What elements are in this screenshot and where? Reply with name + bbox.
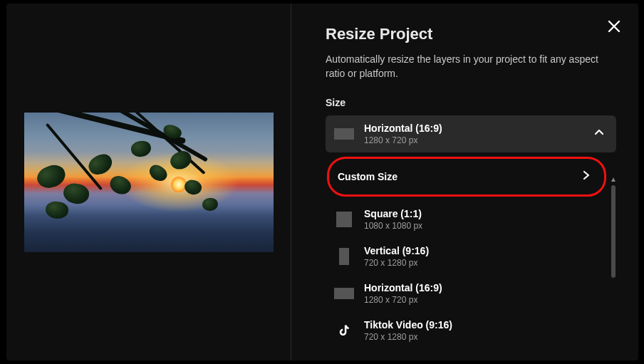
- chevron-right-icon: [581, 170, 591, 183]
- resize-project-modal: Resize Project Automatically resize the …: [6, 4, 638, 360]
- preview-pane: [6, 4, 291, 360]
- ratio-thumb-icon: [336, 212, 352, 227]
- size-option-label: Tiktok Video (9:16): [364, 319, 452, 331]
- scrollbar[interactable]: ▲: [611, 185, 616, 363]
- ratio-thumb-icon: [339, 248, 349, 265]
- scroll-up-arrow-icon: ▲: [610, 175, 617, 182]
- chevron-up-icon: [593, 127, 605, 141]
- modal-description: Automatically resize the layers in your …: [326, 52, 611, 81]
- size-option-dims: 1080 x 1080 px: [364, 221, 422, 231]
- custom-size-label: Custom Size: [338, 171, 398, 182]
- size-select[interactable]: Horizontal (16:9) 1280 x 720 px: [326, 115, 616, 152]
- size-option-label: Square (1:1): [364, 208, 422, 219]
- size-option-label: Horizontal (16:9): [364, 282, 442, 293]
- ratio-thumb-icon: [334, 288, 354, 299]
- modal-title: Resize Project: [326, 25, 621, 43]
- preview-image: [24, 113, 274, 252]
- tiktok-icon: [336, 323, 352, 338]
- size-option-label: Vertical (9:16): [364, 245, 429, 256]
- size-option-dims: 1280 x 720 px: [364, 295, 442, 305]
- settings-pane: Resize Project Automatically resize the …: [291, 4, 638, 360]
- size-option[interactable]: Horizontal (16:9)1280 x 720 px: [326, 275, 608, 312]
- size-dropdown: Custom Size Square (1:1)1080 x 1080 pxVe…: [326, 157, 616, 347]
- size-label: Size: [326, 97, 621, 108]
- selected-size-label: Horizontal (16:9): [364, 123, 442, 134]
- scrollbar-thumb[interactable]: [611, 185, 616, 278]
- selected-size-dims: 1280 x 720 px: [364, 135, 442, 145]
- close-button[interactable]: [603, 15, 625, 38]
- custom-size-option[interactable]: Custom Size: [327, 157, 606, 197]
- size-option[interactable]: Square (1:1)1080 x 1080 px: [326, 201, 608, 238]
- size-options-list: Square (1:1)1080 x 1080 pxVertical (9:16…: [326, 201, 608, 347]
- size-option[interactable]: Tiktok Video (9:16)720 x 1280 px: [326, 312, 608, 347]
- ratio-thumb-icon: [334, 128, 354, 140]
- size-option[interactable]: Vertical (9:16)720 x 1280 px: [326, 238, 608, 275]
- size-option-dims: 720 x 1280 px: [364, 332, 452, 342]
- size-option-dims: 720 x 1280 px: [364, 258, 429, 268]
- close-icon: [607, 19, 621, 33]
